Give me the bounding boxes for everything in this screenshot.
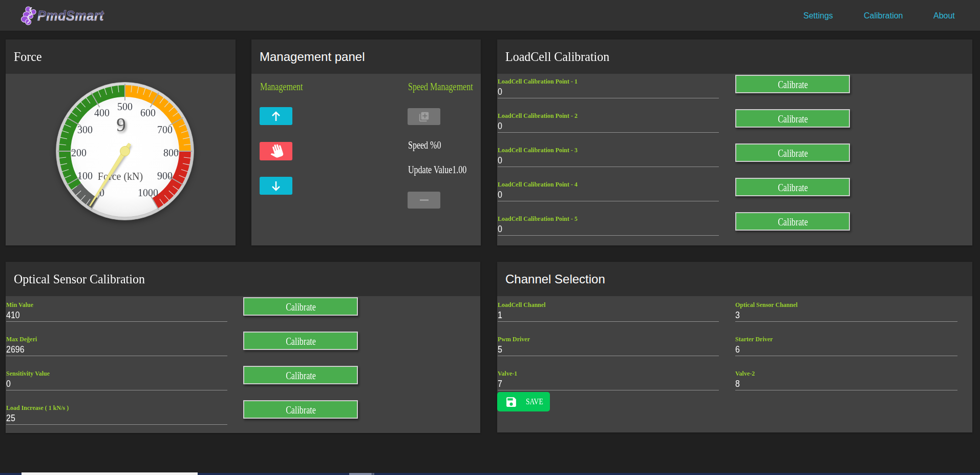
svg-text:PmdSmart: PmdSmart [37,8,104,24]
svg-text:800: 800 [163,147,179,158]
svg-text:600: 600 [140,107,156,118]
svg-text:400: 400 [94,107,110,118]
svg-text:700: 700 [157,124,173,135]
svg-text:300: 300 [77,124,93,135]
svg-text:100: 100 [77,170,93,181]
svg-text:9: 9 [116,114,126,135]
svg-text:200: 200 [71,147,87,158]
svg-text:900: 900 [157,170,173,181]
svg-text:500: 500 [117,101,133,112]
svg-text:1000: 1000 [138,187,158,198]
